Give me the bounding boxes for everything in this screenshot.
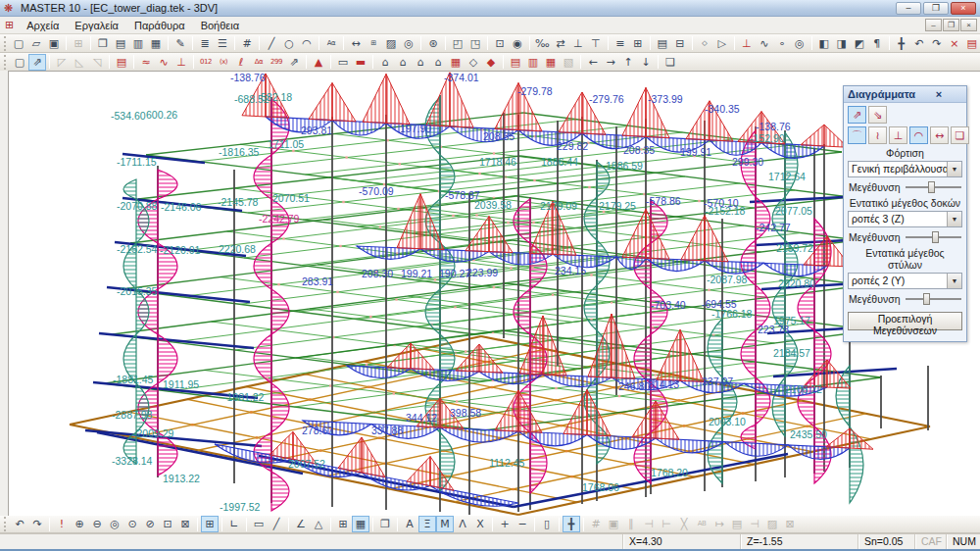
arc-tool-icon[interactable]: ◠	[298, 35, 316, 52]
chevron-down-icon[interactable]: ▼	[947, 162, 961, 176]
crosshair-icon[interactable]: ╋	[563, 516, 580, 532]
letter-x-icon[interactable]: X	[471, 516, 489, 532]
default-zoom-button[interactable]: Προεπιλογή Μεγεθύνσεων	[848, 312, 962, 330]
solid-box-icon[interactable]: ▬	[352, 54, 369, 71]
building-back-icon[interactable]: ⌂	[429, 54, 447, 71]
building-top-icon[interactable]: ⌂	[412, 54, 429, 71]
import-icon[interactable]: ◰	[449, 35, 466, 52]
open-view-icon[interactable]: ❏	[662, 54, 679, 71]
beam-loads2-icon[interactable]: (x)	[215, 54, 232, 71]
load-case-select[interactable]: Γενική περιβάλλουσα ▼	[848, 161, 962, 177]
point-remove-icon[interactable]: −	[514, 516, 531, 532]
moment-label-icon[interactable]: ℓ	[232, 54, 250, 71]
cube-white-icon[interactable]: ◇	[465, 54, 482, 71]
structure-3d-view[interactable]: -138.76-374.01-279.78-279.76-373.99-340.…	[8, 71, 980, 518]
close-button[interactable]: ×	[951, 2, 976, 15]
building-side-icon[interactable]: ⌂	[394, 54, 412, 71]
rotate-view-icon[interactable]: ∟	[225, 516, 243, 532]
pan-up-icon[interactable]: ↑	[619, 54, 637, 71]
rotate-right-icon[interactable]: ↷	[928, 35, 946, 52]
deformed-shape-icon[interactable]: ≈	[137, 54, 155, 71]
point-add-icon[interactable]: +	[496, 516, 514, 532]
axial-diagram-icon[interactable]: ⊥	[889, 126, 907, 144]
batch-print-icon[interactable]: ▤	[654, 35, 671, 52]
find-member-icon[interactable]: ◎	[791, 35, 808, 52]
refresh-icon[interactable]: !	[53, 516, 71, 532]
swap-axes-icon[interactable]: ⇄	[552, 35, 569, 52]
elt-node-icon[interactable]: ⊞	[365, 35, 382, 52]
zoom-in-icon[interactable]: ⊕	[71, 516, 88, 532]
release-hinge-icon[interactable]: ∘	[773, 35, 791, 52]
new-document-icon[interactable]: ▢	[10, 35, 27, 52]
column-zoom-slider[interactable]	[906, 298, 961, 300]
cube-red-icon[interactable]: ◆	[482, 54, 500, 71]
properties-table-icon[interactable]: ⊞	[334, 516, 352, 532]
redo-icon[interactable]: ↷	[28, 516, 46, 532]
section-icon[interactable]: ⊟	[671, 35, 689, 52]
zoom-scale-icon[interactable]: ⊘	[141, 516, 159, 532]
letter-m-icon[interactable]: M	[436, 516, 454, 532]
print-icon[interactable]: ▤	[112, 35, 129, 52]
select-window-icon[interactable]: ▢	[11, 54, 28, 71]
wire-box-icon[interactable]: ▭	[334, 54, 352, 71]
zoom-extents-icon[interactable]: ⊡	[159, 516, 176, 532]
calculator-icon[interactable]: ⊞	[629, 35, 647, 52]
load-zoom-slider[interactable]	[906, 186, 961, 188]
circle-tool-icon[interactable]: ○	[280, 35, 298, 52]
zoom-previous-icon[interactable]: ⊠	[176, 516, 194, 532]
doc-restore-button[interactable]: ❐	[943, 19, 959, 31]
diagrams-panel-titlebar[interactable]: Διαγράμματα ×	[844, 86, 966, 103]
chevron-down-icon[interactable]: ▼	[947, 274, 961, 288]
line-icon[interactable]: ╱	[268, 516, 285, 532]
slider-thumb[interactable]	[928, 181, 935, 193]
acrobat-icon[interactable]: ▲	[310, 54, 327, 71]
raise-node-icon[interactable]: ⊤	[587, 35, 605, 52]
letter-xi-icon[interactable]: Ξ	[418, 516, 436, 532]
bill-of-materials-icon[interactable]: ≡	[612, 35, 629, 52]
results-book-icon[interactable]: ▤	[113, 54, 130, 71]
slider-thumb[interactable]	[932, 231, 939, 243]
show-beam-diagrams-icon[interactable]: ⇗	[848, 106, 866, 124]
data-table-icon[interactable]: ▦	[352, 516, 369, 532]
table-red-icon[interactable]: ▦	[447, 54, 465, 71]
column-quantity-select[interactable]: ροπές 2 (Y) ▼	[848, 273, 962, 289]
pan-view-icon[interactable]: ⊞	[201, 516, 219, 532]
panel-close-icon[interactable]: ×	[915, 88, 962, 100]
copy-icon[interactable]: ❐	[94, 35, 112, 52]
axial-force-icon[interactable]: ⊥	[172, 54, 190, 71]
color-print-icon[interactable]: ▤	[963, 35, 980, 52]
copy-entities-icon[interactable]: ❐	[376, 516, 394, 532]
grid-icon[interactable]: #	[238, 35, 256, 52]
zoom-out-icon[interactable]: ⊖	[88, 516, 106, 532]
pan-left-icon[interactable]: ←	[584, 54, 602, 71]
table-view1-icon[interactable]: ▤	[507, 54, 524, 71]
open-file-icon[interactable]: ▱	[27, 35, 45, 52]
mouse-settings-icon[interactable]: ▯	[538, 516, 556, 532]
mode-shapes-icon[interactable]: ∿	[155, 54, 172, 71]
axes-triad-icon[interactable]: ⇗	[285, 54, 303, 71]
layers-icon[interactable]: ☰	[214, 35, 231, 52]
drop-node-icon[interactable]: ⊥	[569, 35, 587, 52]
frame-section-icon[interactable]: ◩	[851, 35, 868, 52]
diagram-mode-icon[interactable]: ⇗	[28, 54, 46, 71]
menu-archeia[interactable]: Αρχεία	[19, 19, 67, 32]
numbering-icon[interactable]: 299	[268, 54, 285, 71]
export-icon[interactable]: ◳	[466, 35, 484, 52]
column-moment-icon[interactable]: ◠	[909, 126, 928, 144]
delta-label-icon[interactable]: Δα	[250, 54, 268, 71]
maximize-button[interactable]: ❐	[923, 2, 949, 15]
angle-snap-icon[interactable]: ∠	[292, 516, 310, 532]
chevron-down-icon[interactable]: ▼	[947, 212, 961, 226]
save-icon[interactable]: ▣	[45, 35, 63, 52]
building-front-icon[interactable]: ⌂	[376, 54, 394, 71]
spring-icon[interactable]: ∿	[756, 35, 773, 52]
measure-icon[interactable]: ▭	[250, 516, 268, 532]
text-tool-icon[interactable]: Aα	[322, 35, 340, 52]
shear-diagram-icon[interactable]: ≀	[868, 126, 887, 144]
render-icon[interactable]: ▷	[713, 35, 731, 52]
minimize-button[interactable]: –	[896, 2, 921, 15]
letter-a-icon[interactable]: A	[401, 516, 418, 532]
frame-plan-icon[interactable]: ◧	[815, 35, 833, 52]
menu-parathyra[interactable]: Παράθυρα	[126, 19, 193, 32]
view-3d-icon[interactable]: ◇	[696, 35, 713, 52]
